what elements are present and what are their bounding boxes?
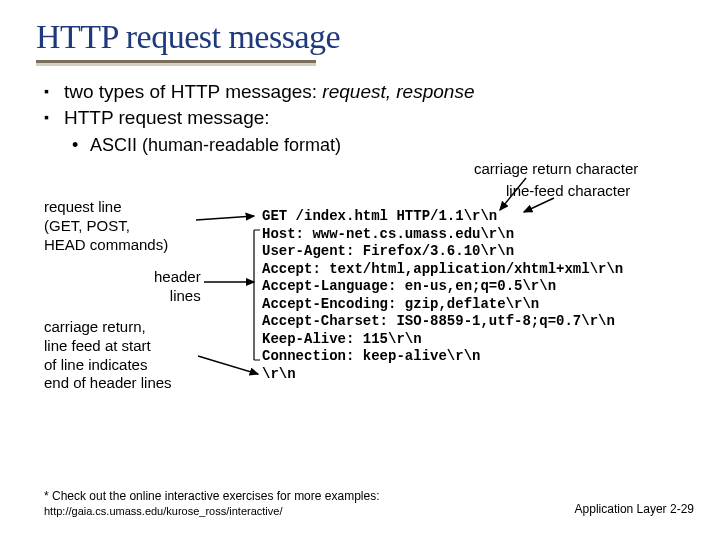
code-line-1: Host: www-net.cs.umass.edu\r\n bbox=[262, 226, 514, 242]
code-line-2: User-Agent: Firefox/3.6.10\r\n bbox=[262, 243, 514, 259]
page-number: Application Layer 2-29 bbox=[575, 502, 694, 516]
bullet-ascii: ASCII (human-readable format) bbox=[72, 135, 690, 156]
code-line-0: GET /index.html HTTP/1.1\r\n bbox=[262, 208, 497, 224]
code-line-3: Accept: text/html,application/xhtml+xml\… bbox=[262, 261, 623, 277]
http-message-code: GET /index.html HTTP/1.1\r\n Host: www-n… bbox=[262, 208, 623, 383]
code-line-6: Accept-Charset: ISO-8859-1,utf-8;q=0.7\r… bbox=[262, 313, 615, 329]
bullet-request-msg: HTTP request message: bbox=[44, 107, 690, 129]
bullet-two-types: two types of HTTP messages: request, res… bbox=[44, 81, 690, 103]
footnote-text: * Check out the online interactive exerc… bbox=[44, 489, 380, 503]
code-line-9: \r\n bbox=[262, 366, 296, 382]
diagram-area: carriage return character line-feed char… bbox=[44, 160, 690, 420]
page-section: Application Layer bbox=[575, 502, 667, 516]
footnote: * Check out the online interactive exerc… bbox=[44, 489, 444, 520]
slide-title: HTTP request message bbox=[0, 0, 720, 56]
code-line-8: Connection: keep-alive\r\n bbox=[262, 348, 480, 364]
label-header-lines: header lines bbox=[154, 268, 201, 306]
bullet-prefix: two types of HTTP messages: bbox=[64, 81, 322, 102]
page-num: 2-29 bbox=[670, 502, 694, 516]
label-line-feed: line-feed character bbox=[506, 182, 630, 201]
bullet-italic: request, response bbox=[322, 81, 474, 102]
label-request-line: request line (GET, POST, HEAD commands) bbox=[44, 198, 168, 254]
svg-line-2 bbox=[198, 356, 258, 374]
code-line-7: Keep-Alive: 115\r\n bbox=[262, 331, 422, 347]
code-line-5: Accept-Encoding: gzip,deflate\r\n bbox=[262, 296, 539, 312]
label-end-headers: carriage return, line feed at start of l… bbox=[44, 318, 172, 393]
footnote-url: http://gaia.cs.umass.edu/kurose_ross/int… bbox=[44, 505, 282, 517]
code-line-4: Accept-Language: en-us,en;q=0.5\r\n bbox=[262, 278, 556, 294]
svg-line-0 bbox=[196, 216, 254, 220]
content-area: two types of HTTP messages: request, res… bbox=[0, 63, 720, 420]
label-carriage-return: carriage return character bbox=[474, 160, 638, 179]
